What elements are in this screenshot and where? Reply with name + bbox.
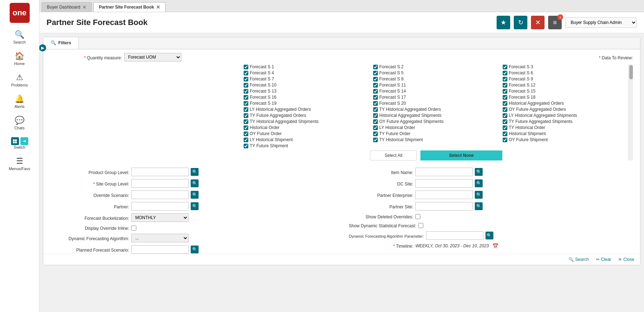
sidebar-item-label: Problems: [11, 83, 28, 87]
sidebar-item-chats[interactable]: 💬 Chats: [0, 112, 39, 134]
data-checkbox[interactable]: [373, 107, 378, 112]
partner-enterprise-search-btn[interactable]: 🔍: [475, 191, 483, 199]
dc-site-input[interactable]: [415, 179, 473, 188]
tab-close-buyer-dashboard[interactable]: ✕: [82, 5, 87, 10]
filter-tab-filters[interactable]: 🔍 Filters: [43, 37, 79, 49]
scrollbar-track[interactable]: [629, 64, 633, 160]
close-button[interactable]: ✕: [531, 16, 545, 29]
data-checkbox[interactable]: [244, 144, 248, 148]
checkbox-item: Forecast S 8: [373, 76, 499, 81]
tab-buyer-dashboard[interactable]: Buyer Dashboard ✕: [42, 2, 92, 12]
data-checkbox[interactable]: [503, 77, 507, 81]
data-checkbox[interactable]: [373, 83, 378, 88]
data-checkbox[interactable]: [244, 89, 248, 94]
role-selector[interactable]: Buyer Supply Chain Admin: [565, 17, 637, 28]
data-checkbox[interactable]: [373, 125, 378, 130]
quantity-measure-row: * Quantity measure: Forecast UOM Base UO…: [50, 53, 633, 61]
checkbox-item: Forecast S 18: [503, 95, 629, 100]
data-checkbox[interactable]: [503, 71, 507, 75]
data-checkbox[interactable]: [503, 89, 507, 94]
data-checkbox[interactable]: [373, 71, 378, 75]
data-checkbox[interactable]: [373, 89, 378, 94]
site-group-level-search-btn[interactable]: 🔍: [191, 179, 199, 187]
expand-button[interactable]: ▶: [39, 44, 46, 51]
sidebar: one 🔍 Search 🏠 Home ⚠ Problems 🔔 Alerts …: [0, 0, 39, 312]
data-checkbox[interactable]: [244, 95, 248, 100]
display-override-inline-checkbox[interactable]: [131, 226, 136, 231]
data-checkbox[interactable]: [503, 132, 507, 136]
override-scenario-input[interactable]: [131, 190, 189, 199]
data-checkbox[interactable]: [373, 95, 378, 100]
data-checkbox[interactable]: [503, 101, 507, 106]
data-checkbox[interactable]: [244, 83, 248, 88]
clear-link[interactable]: ✏ Clear: [596, 257, 611, 262]
data-checkbox[interactable]: [503, 119, 507, 124]
site-group-level-input[interactable]: [131, 179, 189, 188]
data-checkbox[interactable]: [373, 132, 378, 136]
partner-input[interactable]: [131, 202, 189, 211]
item-name-search-btn[interactable]: 🔍: [475, 168, 483, 176]
search-link[interactable]: 🔍 Search: [569, 257, 589, 262]
data-checkbox[interactable]: [244, 71, 248, 75]
show-deleted-overrides-checkbox[interactable]: [415, 214, 420, 219]
sidebar-item-home[interactable]: 🏠 Home: [0, 48, 39, 69]
calendar-icon[interactable]: 📅: [492, 243, 498, 249]
app-logo[interactable]: one: [10, 3, 30, 23]
data-checkbox[interactable]: [503, 138, 507, 142]
data-checkbox[interactable]: [373, 119, 378, 124]
forecast-bucketization-select[interactable]: MONTHLY WEEKLY DAILY: [131, 213, 189, 222]
product-group-level-input[interactable]: [131, 168, 189, 176]
filter-tabs: 🔍 Filters: [43, 37, 640, 49]
refresh-button[interactable]: ↻: [514, 16, 527, 29]
sidebar-item-problems[interactable]: ⚠ Problems: [0, 69, 39, 91]
data-checkbox[interactable]: [244, 65, 248, 69]
partner-site-search-btn[interactable]: 🔍: [475, 202, 483, 210]
checkboxes-grid: Forecast S 1Forecast S 2Forecast S 3Fore…: [244, 64, 629, 148]
data-checkbox[interactable]: [244, 77, 248, 81]
data-checkbox[interactable]: [244, 119, 248, 124]
select-none-button[interactable]: Select None: [420, 150, 502, 160]
star-button[interactable]: ★: [497, 16, 510, 29]
data-checkbox[interactable]: [244, 132, 248, 136]
data-checkbox[interactable]: [244, 125, 248, 130]
data-checkbox[interactable]: [503, 107, 507, 112]
tab-partner-forecast[interactable]: Partner Site Forecast Book ✕: [93, 2, 166, 12]
data-checkbox[interactable]: [503, 113, 507, 118]
data-checkbox[interactable]: [244, 107, 248, 112]
dynamic-forecasting-algorithm-parameter-search-btn[interactable]: 🔍: [486, 232, 493, 239]
partner-enterprise-input[interactable]: [415, 190, 473, 199]
quantity-measure-select[interactable]: Forecast UOM Base UOM: [124, 53, 181, 61]
item-name-input[interactable]: [415, 168, 473, 176]
planned-forecast-scenario-search-btn[interactable]: 🔍: [191, 246, 199, 253]
sidebar-item-menus[interactable]: ☰ Menus/Favs: [0, 153, 39, 174]
partner-search-btn[interactable]: 🔍: [191, 202, 199, 210]
data-checkbox[interactable]: [244, 113, 248, 118]
checkbox-item: Historical Aggregated Shipments: [373, 113, 499, 118]
data-checkbox[interactable]: [503, 95, 507, 100]
sidebar-item-switch[interactable]: Switch: [0, 134, 39, 153]
override-scenario-search-btn[interactable]: 🔍: [191, 191, 199, 199]
data-checkbox[interactable]: [373, 101, 378, 106]
partner-site-input[interactable]: [415, 202, 473, 211]
select-all-button[interactable]: Select All: [370, 150, 417, 160]
dynamic-forecasting-algorithm-parameter-input[interactable]: [426, 231, 483, 240]
data-checkbox[interactable]: [373, 65, 378, 69]
dynamic-forecasting-algorithm-select[interactable]: ...: [131, 234, 189, 242]
planned-forecast-scenario-input[interactable]: [131, 245, 189, 254]
data-checkbox[interactable]: [373, 77, 378, 81]
data-checkbox[interactable]: [244, 138, 248, 142]
data-checkbox[interactable]: [373, 138, 378, 142]
dc-site-search-btn[interactable]: 🔍: [475, 179, 483, 187]
data-checkbox[interactable]: [244, 101, 248, 106]
data-checkbox[interactable]: [373, 113, 378, 118]
data-checkbox[interactable]: [503, 125, 507, 130]
data-checkbox[interactable]: [503, 65, 507, 69]
sidebar-item-search[interactable]: 🔍 Search: [0, 26, 39, 48]
override-scenario-row: Override Scenario: 🔍: [58, 190, 342, 199]
show-dynamic-statistical-forecast-checkbox[interactable]: [418, 223, 423, 228]
close-link[interactable]: ✕ Close: [618, 257, 634, 262]
product-group-level-search-btn[interactable]: 🔍: [191, 168, 199, 176]
data-checkbox[interactable]: [503, 83, 507, 88]
tab-close-partner-forecast[interactable]: ✕: [156, 5, 160, 10]
sidebar-item-alerts[interactable]: 🔔 Alerts: [0, 91, 39, 112]
